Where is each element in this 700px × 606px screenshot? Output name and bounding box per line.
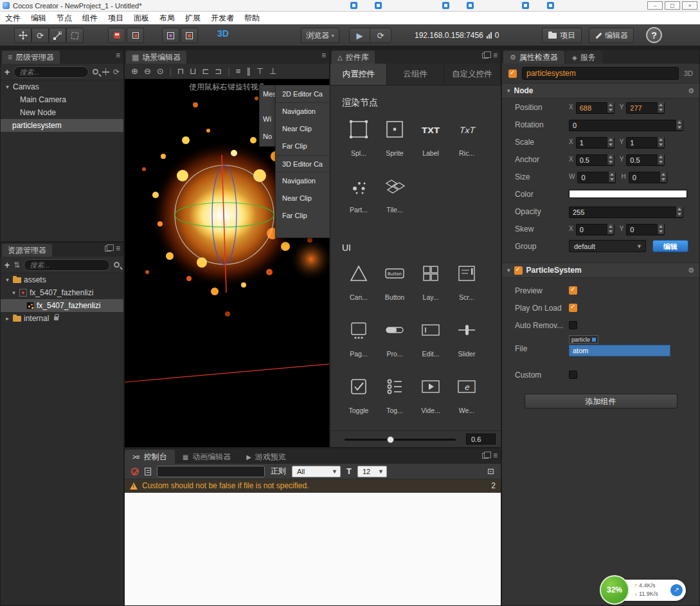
net-monitor-action-icon[interactable]: ↗: [670, 584, 683, 596]
widget-scrollview[interactable]: Scr...: [449, 262, 485, 316]
gizmo-position-button[interactable]: [108, 28, 125, 43]
align-top-icon[interactable]: ⊓: [177, 66, 184, 76]
pivot-toggle-button[interactable]: [162, 28, 179, 43]
widget-tiledmap[interactable]: Tile...: [377, 174, 413, 228]
particlesystem-section-header[interactable]: ▾ ParticleSystem ⚙: [502, 262, 699, 278]
rotate-tool-button[interactable]: ⟳: [31, 28, 49, 43]
hierarchy-search-input[interactable]: [13, 66, 89, 78]
gear-icon[interactable]: ⚙: [688, 266, 694, 275]
custom-checkbox[interactable]: [569, 371, 577, 379]
stepper[interactable]: [657, 224, 664, 234]
refresh-icon[interactable]: ⟳: [113, 68, 120, 77]
assets-search-input[interactable]: [24, 259, 110, 271]
panel-menu-icon[interactable]: ≡: [493, 452, 498, 459]
coordinate-toggle-button[interactable]: [181, 28, 198, 43]
widget-editbox[interactable]: Edit...: [413, 318, 449, 372]
log-level-dropdown[interactable]: All▼: [292, 466, 341, 477]
widget-richtext[interactable]: TxT Ric...: [449, 118, 485, 172]
console-log-area[interactable]: [125, 493, 501, 605]
stepper[interactable]: [608, 172, 615, 182]
stepper[interactable]: [607, 102, 614, 113]
auto-remove-checkbox[interactable]: [569, 321, 577, 329]
widget-progressbar[interactable]: Pro...: [377, 318, 413, 372]
gear-icon[interactable]: ⚙: [688, 87, 694, 95]
menu-developer[interactable]: 开发者: [206, 12, 239, 24]
panel-menu-icon[interactable]: ≡: [493, 52, 498, 59]
file-asset-input[interactable]: [569, 345, 670, 356]
tab-custom-controls[interactable]: 自定义控件: [444, 64, 501, 85]
menu-item-far-clip[interactable]: Far Clip: [276, 207, 330, 225]
dock-icon[interactable]: [482, 453, 489, 459]
node-name-input[interactable]: [522, 67, 679, 80]
collapse-arrow[interactable]: ▸: [4, 315, 10, 322]
stepper[interactable]: [657, 102, 664, 113]
menu-component[interactable]: 组件: [77, 12, 103, 24]
menu-item-near-clip[interactable]: Near Clip: [276, 120, 330, 138]
log-file-icon[interactable]: [145, 468, 151, 475]
widget-slider[interactable]: Slider: [449, 318, 485, 372]
edit-group-button[interactable]: 编辑: [652, 240, 688, 252]
scale-tool-button[interactable]: [49, 28, 66, 43]
widget-webview[interactable]: e We...: [449, 375, 485, 429]
font-size-dropdown[interactable]: 12▼: [357, 466, 387, 477]
play-button[interactable]: ▶: [350, 28, 370, 42]
add-component-button[interactable]: 添加组件: [525, 394, 678, 409]
minimize-button[interactable]: –: [647, 1, 663, 10]
menu-item-partial[interactable]: No: [260, 128, 275, 145]
panel-menu-icon[interactable]: ≡: [116, 52, 120, 59]
stepper[interactable]: [676, 207, 683, 217]
align-right-icon[interactable]: ⊐: [215, 66, 222, 76]
panel-menu-icon[interactable]: ≡: [321, 52, 326, 59]
component-enabled-checkbox[interactable]: [514, 266, 523, 275]
tree-node-new-node[interactable]: New Node: [1, 106, 123, 119]
clear-console-icon[interactable]: [131, 468, 139, 475]
stepper[interactable]: [657, 137, 664, 147]
collapse-arrow[interactable]: ▾: [507, 87, 510, 94]
menu-help[interactable]: 帮助: [239, 12, 265, 24]
widget-layout[interactable]: Lay...: [413, 262, 449, 316]
widget-toggle[interactable]: Toggle: [341, 375, 377, 429]
tab-services[interactable]: ◈ 服务: [566, 51, 602, 64]
browser-dropdown[interactable]: 浏览器 ▾: [301, 28, 339, 43]
menu-panel[interactable]: 面板: [129, 12, 154, 24]
close-button[interactable]: ×: [682, 1, 697, 10]
asset-node-internal[interactable]: ▸ internal: [1, 312, 123, 325]
tree-node-canvas[interactable]: ▾ Canvas: [1, 80, 123, 93]
menu-item-navigation[interactable]: Navigation: [276, 103, 330, 120]
widget-canvas[interactable]: Can...: [341, 262, 377, 316]
search-icon[interactable]: [93, 69, 98, 75]
menu-extension[interactable]: 扩展: [180, 12, 206, 24]
tab-console[interactable]: >≡ 控制台: [125, 450, 175, 464]
widget-videoplayer[interactable]: Vide...: [413, 375, 449, 429]
menu-item-far-clip[interactable]: Far Clip: [276, 138, 330, 155]
3d-mode-toggle[interactable]: 3D: [217, 28, 229, 39]
menu-project[interactable]: 项目: [103, 12, 129, 24]
stepper[interactable]: [676, 120, 683, 130]
add-node-button[interactable]: +: [4, 67, 10, 77]
menu-item-navigation[interactable]: Navigation: [276, 172, 330, 190]
panel-menu-icon[interactable]: ≡: [116, 245, 120, 252]
widget-button[interactable]: Button Button: [377, 262, 413, 316]
distribute-horizontal-icon[interactable]: ≡: [236, 66, 241, 76]
collapse-arrow[interactable]: ▾: [507, 267, 510, 273]
asset-node-fx-folder[interactable]: ▾ fx_5407_fazhenlizi: [1, 286, 123, 299]
stepper[interactable]: [607, 154, 614, 165]
picker-icon[interactable]: [102, 68, 109, 75]
tab-game-preview[interactable]: ▶ 游戏预览: [238, 450, 294, 464]
play-on-load-checkbox[interactable]: [569, 304, 577, 312]
gizmo-rotation-button[interactable]: [127, 28, 144, 43]
asset-node-fx-particle[interactable]: fx_5407_fazhenlizi: [1, 299, 123, 312]
menu-item-partial[interactable]: Wi: [260, 111, 275, 128]
menu-file[interactable]: 文件: [0, 12, 26, 24]
slider-handle[interactable]: [387, 436, 394, 443]
align-center-v-icon[interactable]: ⊥: [269, 66, 276, 76]
widget-label[interactable]: TXT Label: [413, 118, 449, 172]
menu-layout[interactable]: 布局: [154, 12, 180, 24]
slider-track[interactable]: [345, 439, 456, 441]
menu-item-partial[interactable]: Mes: [260, 86, 275, 103]
tab-animation-editor[interactable]: ▦ 动画编辑器: [175, 450, 238, 464]
dock-icon[interactable]: [482, 53, 489, 59]
stepper[interactable]: [607, 224, 614, 234]
tree-node-main-camera[interactable]: Main Camera: [1, 93, 123, 106]
maximize-button[interactable]: ▢: [665, 1, 680, 10]
